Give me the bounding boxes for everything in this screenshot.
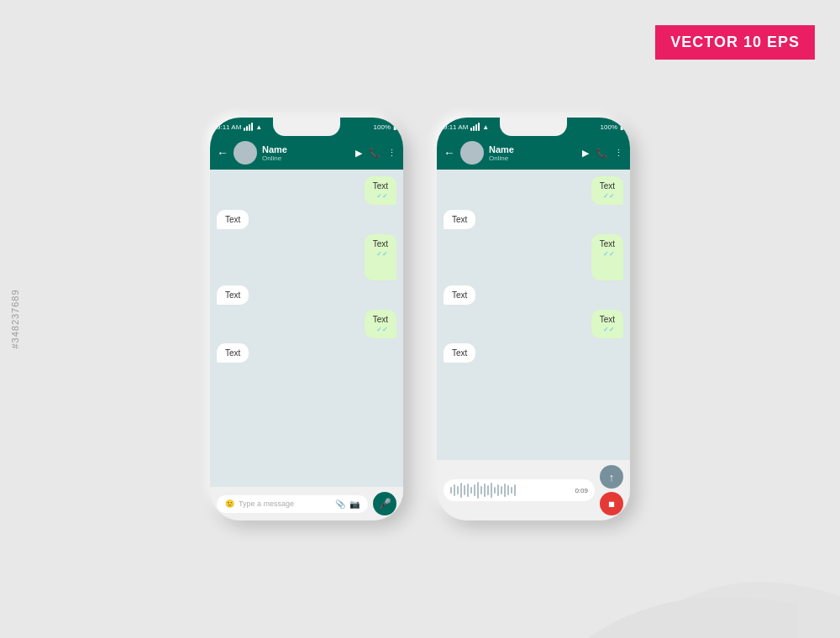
camera-icon[interactable]: 📷 [349,499,360,509]
message-received-p2-1: Text [444,210,475,229]
phones-container: 9:11 AM ▲ 100% ▮ ← Name Online [210,118,630,520]
header-icons-2: ▶ 📞 ⋮ [582,148,623,159]
message-received-1: Text [217,210,249,229]
wifi-icon: ▲ [255,123,262,131]
contact-info: Name Online [262,144,350,162]
contact-info-2: Name Online [489,144,577,162]
message-sent-p2-2: Text ✓✓ [591,234,623,280]
message-text: Text [600,315,615,324]
menu-icon[interactable]: ⋮ [387,148,396,159]
message-text: Text [373,181,388,191]
message-text: Text [373,239,388,248]
header-icons: ▶ 📞 ⋮ [355,148,396,159]
tick-icon: ✓✓ [600,326,615,333]
signal-icon-2 [470,123,480,131]
status-left-2: 9:11 AM ▲ [444,123,489,131]
tick-icon: ✓✓ [373,326,388,333]
time-display-2: 9:11 AM [444,123,468,131]
message-text: Text [600,239,615,248]
tick-icon: ✓✓ [600,250,615,258]
battery-text: 100% [374,123,391,131]
message-text: Text [373,315,388,324]
message-sent-p2-1: Text ✓✓ [591,176,623,205]
contact-avatar [234,141,257,165]
menu-icon-2[interactable]: ⋮ [614,148,623,159]
message-sent-2: Text ✓✓ [365,234,396,280]
phone-2: 9:11 AM ▲ 100% ▮ ← Name Online [437,118,630,520]
wifi-icon-2: ▲ [482,123,489,131]
notch [273,118,340,136]
video-call-icon[interactable]: ▶ [355,148,362,159]
contact-avatar-2 [460,141,484,165]
recording-timer: 0:09 [575,487,588,494]
message-received-2: Text [217,285,249,305]
input-bar-1: 🙂 Type a message 📎 📷 🎤 [210,487,403,520]
voice-bar: 0:09 ↑ ⏹ [437,460,630,520]
voice-call-icon-2[interactable]: 📞 [596,148,607,159]
status-right-2: 100% ▮ [601,123,623,131]
back-button-2[interactable]: ← [444,146,455,160]
contact-name-2: Name [489,144,577,154]
message-text: Text [452,290,467,300]
voice-controls: ↑ ⏹ [600,465,623,515]
vector-label: VECTOR 10 EPS [655,25,815,60]
waveform-bars [450,482,570,499]
message-sent-1: Text ✓✓ [365,176,396,205]
back-button[interactable]: ← [217,146,228,160]
message-sent-p2-3: Text ✓✓ [591,310,623,338]
notch-2 [500,118,567,136]
message-text: Text [225,290,240,300]
message-text: Text [452,348,467,358]
battery-icon-2: ▮ [620,123,623,131]
status-right: 100% ▮ [374,123,396,131]
chat-header-1: ← Name Online ▶ 📞 ⋮ [210,136,403,170]
placeholder-text: Type a message [239,499,331,508]
mic-button[interactable]: 🎤 [373,492,396,515]
record-icon: ⏹ [607,499,616,509]
emoji-icon[interactable]: 🙂 [225,499,234,508]
battery-icon: ▮ [393,123,396,131]
waveform-display: 0:09 [444,479,595,501]
mic-icon: 🎤 [379,498,391,510]
contact-name: Name [262,144,350,154]
record-button[interactable]: ⏹ [600,492,623,515]
scroll-up-button[interactable]: ↑ [600,465,623,489]
time-display: 9:11 AM [217,123,241,131]
attachment-icon[interactable]: 📎 [335,499,345,509]
signal-icon [244,123,253,131]
input-icons: 📎 📷 [335,499,360,509]
message-text: Text [225,215,240,224]
message-sent-3: Text ✓✓ [365,310,396,338]
battery-text-2: 100% [601,123,617,131]
phone-1: 9:11 AM ▲ 100% ▮ ← Name Online [210,118,403,520]
tick-icon: ✓✓ [600,192,615,200]
message-received-p2-2: Text [444,285,475,305]
message-text: Text [600,181,615,191]
message-received-p2-3: Text [444,343,475,363]
contact-status-2: Online [489,154,577,162]
message-input-field[interactable]: 🙂 Type a message 📎 📷 [217,495,368,513]
status-left: 9:11 AM ▲ [217,123,262,131]
chat-header-2: ← Name Online ▶ 📞 ⋮ [437,136,630,170]
message-received-3: Text [217,343,249,363]
chat-area-1: Text ✓✓ Text Text ✓✓ Text Text ✓✓ [210,170,403,487]
adobe-watermark: #348237689 [10,289,20,348]
tick-icon: ✓✓ [373,250,388,258]
arrow-up-icon: ↑ [609,471,615,484]
tick-icon: ✓✓ [373,192,388,200]
voice-call-icon[interactable]: 📞 [369,148,381,159]
contact-status: Online [262,154,350,162]
message-text: Text [452,215,467,224]
video-call-icon-2[interactable]: ▶ [582,148,589,159]
chat-area-2: Text ✓✓ Text Text ✓✓ Text Text ✓✓ [437,170,630,460]
message-text: Text [225,348,240,358]
